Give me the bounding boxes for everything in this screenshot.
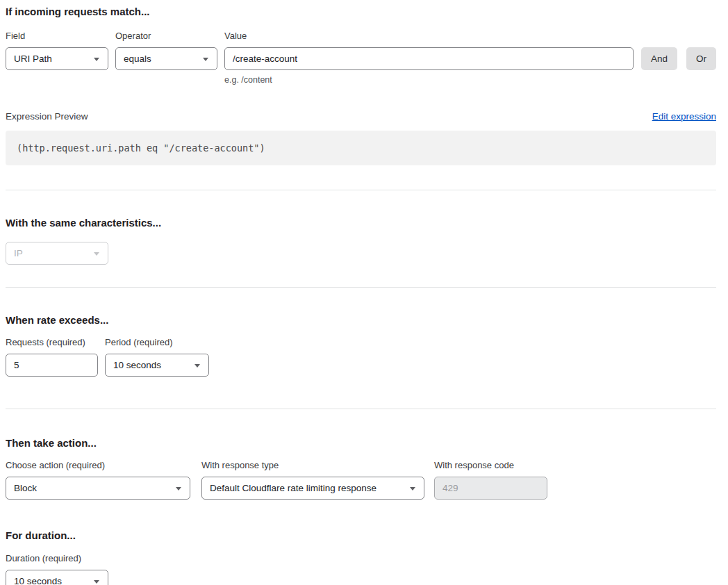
choose-action-select[interactable]: Block bbox=[6, 477, 190, 500]
field-label: Field bbox=[6, 31, 108, 41]
period-column: Period (required) 10 seconds bbox=[105, 337, 209, 377]
expression-preview-header: Expression Preview Edit expression bbox=[6, 111, 716, 122]
requests-label: Requests (required) bbox=[6, 337, 98, 347]
chevron-down-icon bbox=[410, 487, 415, 491]
expression-preview-label: Expression Preview bbox=[6, 111, 88, 122]
expression-preview-code: (http.request.uri.path eq "/create-accou… bbox=[6, 131, 716, 165]
duration-label: Duration (required) bbox=[6, 553, 716, 563]
response-code-label: With response code bbox=[434, 460, 547, 470]
section-divider bbox=[6, 287, 716, 288]
field-select[interactable]: URI Path bbox=[6, 47, 108, 70]
match-controls-row: Field URI Path Operator equals Value e.g… bbox=[6, 31, 716, 85]
period-select[interactable]: 10 seconds bbox=[105, 354, 209, 377]
action-section: Then take action... Choose action (requi… bbox=[6, 437, 716, 500]
chevron-down-icon bbox=[94, 58, 99, 61]
response-type-select[interactable]: Default Cloudflare rate limiting respons… bbox=[201, 477, 424, 500]
chevron-down-icon bbox=[203, 58, 208, 61]
and-or-buttons: And Or bbox=[641, 47, 716, 70]
duration-section-title: For duration... bbox=[6, 529, 716, 542]
edit-expression-link[interactable]: Edit expression bbox=[652, 111, 716, 122]
action-section-title: Then take action... bbox=[6, 437, 716, 450]
period-select-value: 10 seconds bbox=[113, 360, 161, 370]
response-code-input bbox=[434, 477, 547, 500]
operator-column: Operator equals bbox=[115, 31, 217, 70]
match-section: If incoming requests match... Field URI … bbox=[6, 6, 716, 165]
field-select-value: URI Path bbox=[14, 53, 52, 64]
section-divider bbox=[6, 190, 716, 190]
response-type-select-value: Default Cloudflare rate limiting respons… bbox=[210, 483, 377, 493]
or-button[interactable]: Or bbox=[686, 47, 716, 70]
operator-select-value: equals bbox=[124, 53, 151, 64]
requests-column: Requests (required) bbox=[6, 337, 98, 377]
action-controls-row: Choose action (required) Block With resp… bbox=[6, 460, 716, 500]
period-label: Period (required) bbox=[105, 337, 209, 347]
operator-select[interactable]: equals bbox=[115, 47, 217, 70]
chevron-down-icon bbox=[94, 252, 99, 256]
rate-section: When rate exceeds... Requests (required)… bbox=[6, 314, 716, 377]
chevron-down-icon bbox=[94, 580, 99, 584]
duration-section: For duration... Duration (required) 10 s… bbox=[6, 529, 716, 585]
characteristics-section: With the same characteristics... IP bbox=[6, 217, 716, 265]
rate-section-title: When rate exceeds... bbox=[6, 314, 716, 327]
response-type-label: With response type bbox=[201, 460, 424, 470]
requests-input[interactable] bbox=[6, 354, 98, 377]
duration-select-value: 10 seconds bbox=[14, 576, 62, 585]
section-divider bbox=[6, 409, 716, 409]
duration-select[interactable]: 10 seconds bbox=[6, 570, 108, 585]
field-column: Field URI Path bbox=[6, 31, 108, 70]
choose-action-select-value: Block bbox=[14, 483, 37, 493]
value-column: Value e.g. /content bbox=[224, 31, 634, 85]
characteristics-section-title: With the same characteristics... bbox=[6, 217, 716, 229]
and-button[interactable]: And bbox=[641, 47, 677, 70]
value-label: Value bbox=[224, 31, 634, 41]
choose-action-label: Choose action (required) bbox=[6, 460, 190, 470]
value-hint: e.g. /content bbox=[224, 75, 634, 85]
characteristic-select: IP bbox=[6, 242, 108, 265]
response-type-column: With response type Default Cloudflare ra… bbox=[201, 460, 424, 500]
characteristic-select-value: IP bbox=[14, 248, 23, 258]
chevron-down-icon bbox=[176, 487, 181, 491]
value-input[interactable] bbox=[224, 47, 634, 70]
match-section-title: If incoming requests match... bbox=[6, 6, 716, 18]
chevron-down-icon bbox=[195, 364, 200, 368]
rate-controls-row: Requests (required) Period (required) 10… bbox=[6, 337, 716, 377]
choose-action-column: Choose action (required) Block bbox=[6, 460, 190, 500]
response-code-column: With response code bbox=[434, 460, 547, 500]
operator-label: Operator bbox=[115, 31, 217, 41]
